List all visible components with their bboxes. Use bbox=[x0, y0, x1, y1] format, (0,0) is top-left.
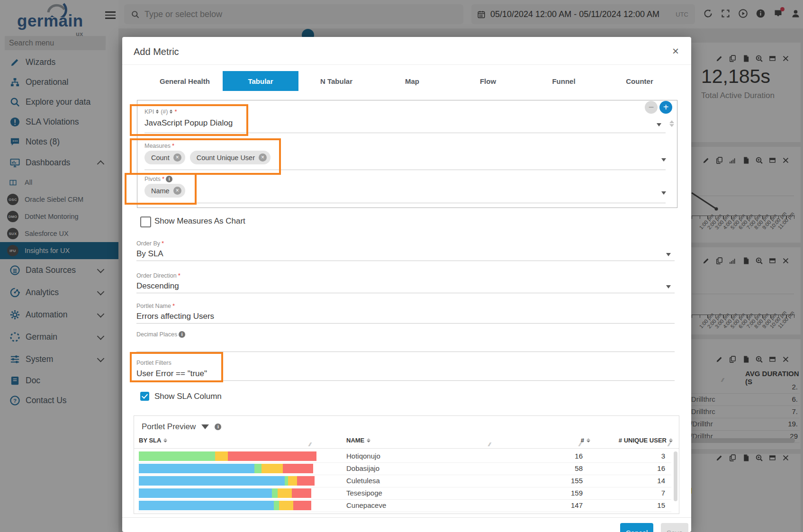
chevron-down-icon[interactable] bbox=[666, 285, 671, 289]
sla-bar bbox=[139, 488, 316, 498]
field-underline bbox=[136, 352, 675, 352]
cell-name: Cunepaceve bbox=[346, 501, 386, 509]
measure-chip-count-unique-user[interactable]: Count Unique User× bbox=[190, 151, 271, 164]
measures-chips: Count×Count Unique User× bbox=[144, 151, 271, 164]
show-sla-column-checkbox[interactable] bbox=[140, 392, 149, 401]
sla-bar bbox=[139, 451, 316, 461]
portlet-name-label: Portlet Name* bbox=[136, 302, 175, 309]
divider bbox=[134, 448, 679, 449]
cell-unique-user: 14 bbox=[657, 477, 665, 485]
cell-unique-user: 7 bbox=[661, 489, 665, 497]
sla-bar-segment-blue bbox=[139, 488, 272, 498]
kpi-select[interactable]: JavaScript Popup Dialog bbox=[144, 118, 233, 128]
order-direction-label: Order Direction* bbox=[136, 272, 180, 279]
field-underline bbox=[144, 133, 666, 133]
sla-bar-segment-blue bbox=[139, 464, 254, 473]
column-resize-handle[interactable]: ⁄⁄ bbox=[309, 442, 311, 447]
field-underline bbox=[144, 203, 666, 203]
order-by-select[interactable]: By SLA bbox=[136, 249, 163, 259]
tab-n-tabular[interactable]: N Tabular bbox=[298, 71, 374, 91]
sla-bar bbox=[139, 476, 316, 486]
tab-flow[interactable]: Flow bbox=[450, 71, 526, 91]
vertical-scrollbar[interactable] bbox=[674, 451, 677, 501]
show-measures-as-chart-label: Show Measures As Chart bbox=[154, 216, 245, 226]
cell-unique-user: 3 bbox=[661, 452, 665, 460]
sla-bar-segment-green bbox=[139, 451, 215, 461]
chevron-down-icon[interactable] bbox=[657, 123, 661, 126]
app-root: germain ux Search menu WizardsOperationa… bbox=[0, 0, 803, 532]
field-underline bbox=[144, 170, 666, 170]
preview-table-row: Dobasijajo5816 bbox=[138, 462, 671, 475]
portlet-filters-label: Portlet Filters bbox=[136, 360, 171, 366]
tab-tabular[interactable]: Tabular bbox=[223, 71, 298, 91]
chip-remove-icon[interactable]: × bbox=[173, 153, 181, 162]
cell-name: Tesesipoge bbox=[346, 489, 382, 497]
preview-table-row: Cunepaceve14715 bbox=[138, 499, 671, 512]
portlet-name-input[interactable]: Errors affecting Users bbox=[136, 312, 214, 321]
column-resize-handle[interactable]: ⁄⁄ bbox=[668, 442, 670, 447]
tab-counter[interactable]: Counter bbox=[602, 71, 677, 91]
sla-bar-segment-blue bbox=[139, 501, 274, 510]
sla-bar-segment-red bbox=[293, 501, 311, 510]
updown-icon[interactable] bbox=[170, 109, 172, 114]
column-resize-handle[interactable]: ⁄⁄ bbox=[489, 442, 491, 447]
cell-name: Hotiqonujo bbox=[346, 452, 380, 460]
filter-icon[interactable] bbox=[201, 424, 209, 429]
preview-table-row: Culetulesa15514 bbox=[138, 475, 671, 487]
remove-kpi-button[interactable]: − bbox=[645, 101, 658, 114]
sla-bar-segment-yellow bbox=[278, 488, 292, 498]
column-header-by-sla[interactable]: BY SLA bbox=[139, 437, 167, 444]
pivot-chip-name[interactable]: Name× bbox=[144, 184, 185, 198]
chevron-down-icon[interactable] bbox=[661, 158, 666, 162]
pivots-label: Pivots* i bbox=[144, 175, 172, 182]
tab-funnel[interactable]: Funnel bbox=[526, 71, 602, 91]
chip-remove-icon[interactable]: × bbox=[173, 187, 181, 195]
save-button[interactable]: Save bbox=[661, 523, 688, 532]
close-icon[interactable]: × bbox=[672, 45, 679, 57]
sla-bar-segment-red bbox=[292, 488, 311, 498]
column-header-unique-user[interactable]: # UNIQUE USER bbox=[619, 437, 673, 444]
field-underline bbox=[136, 293, 675, 293]
sla-bar-segment-yellow bbox=[215, 451, 227, 461]
info-icon: i bbox=[166, 176, 172, 182]
preview-table-row: Tesesipoge1597 bbox=[138, 487, 671, 500]
sla-bar-segment-yellow bbox=[262, 464, 283, 473]
sla-bar-segment-yellow bbox=[288, 476, 297, 486]
portlet-filters-input[interactable]: User Error == "true" bbox=[136, 369, 207, 379]
tab-map[interactable]: Map bbox=[374, 71, 450, 91]
sla-bar-segment-green bbox=[254, 464, 262, 473]
sla-bar-segment-green bbox=[285, 476, 289, 486]
sla-bar-segment-green bbox=[274, 501, 279, 510]
chip-remove-icon[interactable]: × bbox=[259, 153, 267, 162]
cell-name: Dobasijajo bbox=[346, 464, 379, 472]
column-header-count[interactable]: # bbox=[581, 437, 590, 444]
cell-unique-user: 16 bbox=[657, 464, 665, 472]
chip-label: Name bbox=[151, 187, 170, 195]
updown-icon[interactable] bbox=[156, 109, 159, 114]
cell-count: 58 bbox=[575, 464, 583, 472]
cell-count: 159 bbox=[571, 489, 583, 497]
sla-bar-segment-red bbox=[283, 464, 313, 473]
order-direction-select[interactable]: Descending bbox=[136, 281, 179, 291]
divider bbox=[122, 517, 691, 518]
measures-label: Measures* bbox=[144, 142, 174, 149]
add-kpi-button[interactable]: + bbox=[659, 101, 672, 114]
sla-bar-segment-green bbox=[272, 488, 277, 498]
column-header-name[interactable]: NAME bbox=[346, 437, 370, 444]
show-measures-as-chart-checkbox[interactable] bbox=[140, 216, 151, 227]
measure-chip-count[interactable]: Count× bbox=[144, 151, 185, 164]
chevron-down-icon[interactable] bbox=[666, 253, 671, 256]
dialog-tabs: General HealthTabularN TabularMapFlowFun… bbox=[147, 71, 677, 91]
pivots-chips: Name× bbox=[144, 184, 185, 198]
sla-bar bbox=[139, 501, 316, 510]
preview-table-row: Hotiqonujo163 bbox=[138, 450, 671, 463]
tab-general-health[interactable]: General Health bbox=[147, 71, 223, 91]
info-icon: i bbox=[179, 331, 185, 338]
column-resize-handle[interactable]: ⁄⁄ bbox=[579, 442, 581, 447]
sla-bar bbox=[139, 464, 316, 473]
divider bbox=[122, 64, 691, 65]
chevron-down-icon[interactable] bbox=[661, 191, 666, 195]
spinner-icon[interactable] bbox=[669, 120, 674, 127]
cell-unique-user: 15 bbox=[657, 501, 665, 509]
cancel-button[interactable]: Cancel bbox=[620, 523, 653, 532]
